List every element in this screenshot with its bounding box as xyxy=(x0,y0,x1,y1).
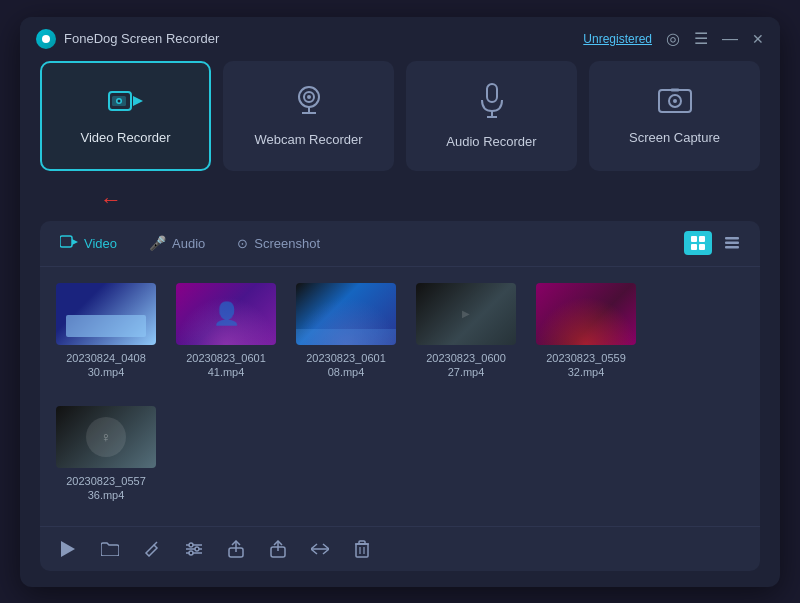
svg-rect-25 xyxy=(725,246,739,249)
main-content: Video Recorder Webcam Recorder xyxy=(20,61,780,587)
mode-card-webcam-recorder[interactable]: Webcam Recorder xyxy=(223,61,394,171)
screenshot-tab-icon: ⊙ xyxy=(237,236,248,251)
file-name: 20230823_055736.mp4 xyxy=(66,474,146,503)
audio-recorder-icon xyxy=(480,83,504,126)
share-button[interactable] xyxy=(266,537,290,561)
video-recorder-label: Video Recorder xyxy=(80,130,170,145)
webcam-recorder-label: Webcam Recorder xyxy=(254,132,362,147)
audio-tab-label: Audio xyxy=(172,236,205,251)
mode-selector: Video Recorder Webcam Recorder xyxy=(40,61,760,171)
svg-rect-19 xyxy=(691,236,697,242)
video-tab-icon xyxy=(60,235,78,252)
title-bar: FoneDog Screen Recorder Unregistered ◎ ☰… xyxy=(20,17,780,61)
app-title: FoneDog Screen Recorder xyxy=(64,31,583,46)
svg-point-32 xyxy=(195,547,199,551)
list-view-button[interactable] xyxy=(718,231,746,255)
audio-tab-icon: 🎤 xyxy=(149,235,166,251)
folder-button[interactable] xyxy=(98,537,122,561)
svg-rect-16 xyxy=(671,88,679,92)
mode-card-audio-recorder[interactable]: Audio Recorder xyxy=(406,61,577,171)
list-item[interactable]: ▶ 20230823_060027.mp4 xyxy=(416,283,516,387)
svg-point-3 xyxy=(117,99,120,102)
svg-point-15 xyxy=(673,99,677,103)
list-item[interactable]: 20230823_055932.mp4 xyxy=(536,283,636,387)
screen-capture-icon xyxy=(658,87,692,122)
tab-video[interactable]: Video xyxy=(54,231,123,256)
arrow-container: ← xyxy=(40,187,760,215)
file-name: 20230823_060141.mp4 xyxy=(186,351,266,380)
svg-rect-41 xyxy=(359,541,365,544)
bottom-toolbar xyxy=(40,526,760,571)
list-item[interactable]: 20230824_040830.mp4 xyxy=(56,283,156,387)
unregistered-link[interactable]: Unregistered xyxy=(583,32,652,46)
arrow-indicator: ← xyxy=(100,187,122,213)
target-icon[interactable]: ◎ xyxy=(666,29,680,48)
svg-marker-26 xyxy=(61,541,75,557)
file-thumbnail: 👤 xyxy=(176,283,276,345)
svg-point-31 xyxy=(189,543,193,547)
file-name: 20230823_055932.mp4 xyxy=(546,351,626,380)
close-button[interactable]: ✕ xyxy=(752,31,764,47)
settings-button[interactable] xyxy=(182,537,206,561)
tab-audio[interactable]: 🎤 Audio xyxy=(143,231,211,255)
file-thumbnail xyxy=(56,283,156,345)
file-name: 20230823_060108.mp4 xyxy=(306,351,386,380)
edit-button[interactable] xyxy=(140,537,164,561)
file-thumbnail xyxy=(536,283,636,345)
svg-point-33 xyxy=(189,551,193,555)
list-item[interactable]: ♀ 20230823_055736.mp4 xyxy=(56,406,156,510)
video-recorder-icon xyxy=(108,87,144,122)
webcam-recorder-icon xyxy=(294,85,324,124)
screen-capture-label: Screen Capture xyxy=(629,130,720,145)
delete-button[interactable] xyxy=(350,537,374,561)
title-bar-actions: Unregistered ◎ ☰ — ✕ xyxy=(583,29,764,48)
audio-recorder-label: Audio Recorder xyxy=(446,134,536,149)
svg-line-27 xyxy=(154,542,157,545)
mode-card-video-recorder[interactable]: Video Recorder xyxy=(40,61,211,171)
file-thumbnail: ♀ xyxy=(56,406,156,468)
list-item[interactable]: 20230823_060108.mp4 xyxy=(296,283,396,387)
svg-rect-24 xyxy=(725,242,739,245)
svg-rect-23 xyxy=(725,237,739,240)
svg-marker-18 xyxy=(72,239,78,245)
svg-rect-10 xyxy=(487,84,497,102)
svg-marker-4 xyxy=(133,96,143,106)
move-button[interactable] xyxy=(308,537,332,561)
list-item[interactable]: 👤 20230823_060141.mp4 xyxy=(176,283,276,387)
grid-view-button[interactable] xyxy=(684,231,712,255)
recordings-panel: Video 🎤 Audio ⊙ Screenshot xyxy=(40,221,760,571)
file-thumbnail xyxy=(296,283,396,345)
app-logo xyxy=(36,29,56,49)
svg-point-7 xyxy=(307,95,311,99)
file-name: 20230823_060027.mp4 xyxy=(426,351,506,380)
svg-rect-39 xyxy=(356,544,368,557)
mode-card-screen-capture[interactable]: Screen Capture xyxy=(589,61,760,171)
svg-rect-20 xyxy=(699,236,705,242)
files-grid: 20230824_040830.mp4 👤 20230823_060141.mp… xyxy=(40,267,760,526)
svg-rect-21 xyxy=(691,244,697,250)
menu-icon[interactable]: ☰ xyxy=(694,29,708,48)
video-tab-label: Video xyxy=(84,236,117,251)
app-window: FoneDog Screen Recorder Unregistered ◎ ☰… xyxy=(20,17,780,587)
svg-rect-22 xyxy=(699,244,705,250)
tab-bar: Video 🎤 Audio ⊙ Screenshot xyxy=(40,221,760,267)
export-button[interactable] xyxy=(224,537,248,561)
file-thumbnail: ▶ xyxy=(416,283,516,345)
play-button[interactable] xyxy=(56,537,80,561)
minimize-icon[interactable]: — xyxy=(722,30,738,48)
screenshot-tab-label: Screenshot xyxy=(254,236,320,251)
svg-rect-17 xyxy=(60,236,72,247)
tab-screenshot[interactable]: ⊙ Screenshot xyxy=(231,232,326,255)
tab-view-icons xyxy=(684,231,746,255)
file-name: 20230824_040830.mp4 xyxy=(66,351,146,380)
